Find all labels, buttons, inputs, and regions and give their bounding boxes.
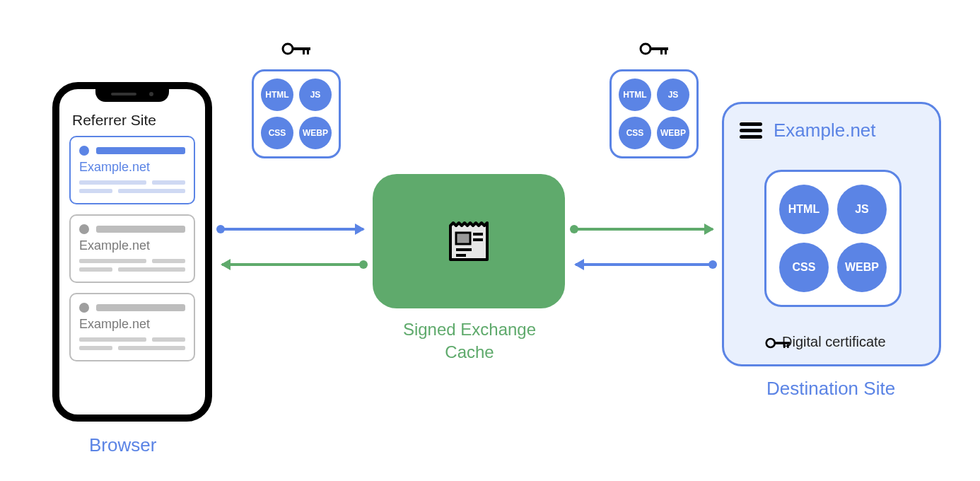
card-site: Example.net: [79, 317, 185, 332]
svg-rect-16: [787, 344, 789, 348]
svg-point-4: [641, 44, 651, 54]
svg-rect-5: [650, 47, 668, 50]
svg-rect-15: [783, 344, 786, 348]
svg-rect-10: [473, 238, 483, 241]
signed-package: HTML JS CSS WEBP: [252, 69, 341, 158]
key-icon: [281, 42, 313, 56]
card-site: Example.net: [79, 238, 185, 253]
digital-certificate-label: Digital certificate: [782, 334, 886, 350]
arrow-destination-to-cache: [576, 263, 713, 266]
svg-rect-1: [292, 47, 310, 50]
asset-js: JS: [657, 79, 689, 111]
svg-point-13: [766, 339, 775, 347]
svg-point-0: [283, 44, 293, 54]
asset-css: CSS: [779, 243, 829, 292]
destination-title: Example.net: [774, 120, 876, 141]
result-card: Example.net: [69, 293, 195, 361]
result-card: Example.net: [69, 136, 195, 204]
arrow-cache-to-browser: [222, 263, 363, 266]
svg-rect-2: [303, 50, 305, 54]
cache-box: [373, 174, 565, 308]
asset-css: CSS: [619, 117, 651, 149]
card-site: Example.net: [79, 160, 185, 175]
signed-package: HTML JS CSS WEBP: [764, 170, 902, 307]
asset-webp: WEBP: [657, 117, 689, 149]
card-dot-icon: [79, 224, 89, 234]
arrow-browser-to-cache: [221, 228, 363, 231]
browser-label: Browser: [89, 434, 156, 456]
asset-html: HTML: [261, 79, 293, 111]
asset-webp: WEBP: [299, 117, 332, 149]
asset-css: CSS: [261, 117, 293, 149]
signed-package: HTML JS CSS WEBP: [609, 69, 699, 158]
svg-rect-12: [456, 254, 466, 257]
result-card: Example.net: [69, 214, 195, 283]
result-cards: Example.net Example.net Example.net: [69, 136, 195, 361]
key-icon: [639, 42, 670, 56]
svg-rect-6: [660, 50, 663, 54]
key-icon: [765, 336, 792, 350]
svg-rect-14: [774, 342, 790, 344]
card-dot-icon: [79, 146, 89, 156]
phone-notch: [95, 86, 169, 102]
cache-label: Signed Exchange Cache: [392, 318, 547, 364]
svg-rect-11: [456, 248, 472, 251]
asset-js: JS: [837, 185, 887, 234]
asset-html: HTML: [779, 185, 829, 234]
svg-rect-3: [307, 50, 309, 54]
destination-label: Destination Site: [766, 378, 895, 400]
svg-rect-8: [456, 233, 470, 244]
asset-html: HTML: [619, 79, 651, 111]
menu-icon: [740, 122, 762, 139]
referrer-site-label: Referrer Site: [72, 112, 156, 129]
phone-frame: Referrer Site Example.net Example.net Ex…: [52, 82, 212, 422]
svg-rect-7: [665, 50, 667, 54]
asset-js: JS: [299, 79, 332, 111]
asset-webp: WEBP: [837, 243, 887, 292]
arrow-cache-to-destination: [574, 228, 713, 231]
card-dot-icon: [79, 303, 89, 313]
newspaper-icon: [443, 216, 494, 267]
svg-rect-9: [473, 233, 483, 236]
